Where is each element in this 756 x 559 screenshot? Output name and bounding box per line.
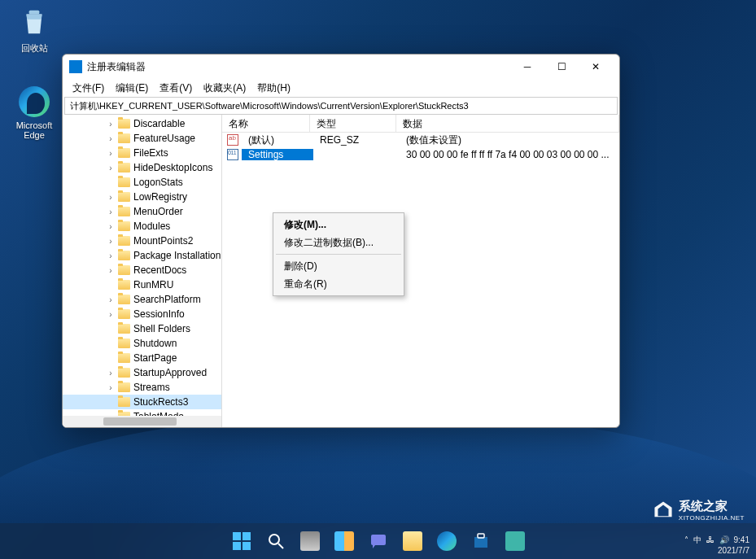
expander-icon[interactable]: › [107, 193, 115, 202]
tree-item-label: FeatureUsage [133, 133, 195, 144]
tree-item-label: MenuOrder [133, 206, 183, 217]
widgets-icon [334, 531, 354, 551]
tree-item-label: Discardable [133, 118, 185, 129]
menu-delete[interactable]: 删除(D) [274, 257, 403, 275]
tree-item-modules[interactable]: ›Modules [63, 219, 221, 234]
column-data[interactable]: 数据 [396, 115, 619, 132]
list-row[interactable]: (默认)REG_SZ(数值未设置) [222, 133, 619, 147]
address-bar[interactable]: 计算机\HKEY_CURRENT_USER\Software\Microsoft… [64, 97, 618, 115]
tree-item-stuckrects3[interactable]: StuckRects3 [63, 395, 221, 409]
tree-item-logonstats[interactable]: LogonStats [63, 175, 221, 190]
tree-item-label: LowRegistry [133, 191, 187, 203]
tree-item-searchplatform[interactable]: ›SearchPlatform [63, 292, 221, 307]
menu-modify-binary[interactable]: 修改二进制数据(B)... [274, 234, 403, 251]
taskbar-store[interactable] [466, 526, 496, 556]
tree-item-streams[interactable]: ›Streams [63, 380, 221, 395]
folder-icon [118, 382, 130, 392]
tree-item-shell-folders[interactable]: Shell Folders [63, 321, 221, 336]
folder-icon [118, 368, 130, 378]
taskbar-taskview[interactable] [295, 526, 325, 556]
taskbar [0, 523, 756, 559]
expander-icon[interactable]: › [107, 251, 115, 260]
tree-item-discardable[interactable]: ›Discardable [63, 116, 221, 131]
tray-volume-icon[interactable]: 🔊 [719, 535, 729, 545]
scrollbar-thumb[interactable] [103, 417, 177, 426]
menu-favorites[interactable]: 收藏夹(A) [199, 80, 251, 97]
menu-separator [276, 254, 401, 255]
tree-item-hidedesktopicons[interactable]: ›HideDesktopIcons [63, 160, 221, 175]
menu-help[interactable]: 帮助(H) [252, 80, 295, 97]
menu-file[interactable]: 文件(F) [68, 80, 109, 97]
minimize-button[interactable]: ─ [510, 55, 544, 78]
expander-icon[interactable]: › [107, 310, 115, 319]
folder-icon [118, 338, 130, 348]
system-tray[interactable]: ˄ 中 🖧 🔊 9:41 2021/7/7 [684, 535, 749, 556]
expander-icon[interactable]: › [107, 295, 115, 304]
expander-icon[interactable]: › [107, 164, 115, 173]
desktop-edge[interactable]: Microsoft Edge [10, 86, 59, 140]
expander-icon[interactable]: › [107, 237, 115, 246]
tree-item-label: HideDesktopIcons [133, 162, 212, 173]
svg-rect-0 [29, 11, 40, 15]
folder-icon [118, 192, 130, 202]
taskbar-chat[interactable] [364, 526, 393, 556]
tree-item-label: StartupApproved [133, 367, 207, 378]
taskbar-widgets[interactable] [330, 526, 359, 556]
tree-item-label: RunMRU [133, 279, 173, 290]
list-row[interactable]: Settings30 00 00 00 fe ff ff ff 7a f4 00… [222, 147, 619, 162]
tree-item-sessioninfo[interactable]: ›SessionInfo [63, 307, 221, 321]
tree-item-featureusage[interactable]: ›FeatureUsage [63, 131, 221, 146]
tree-item-lowregistry[interactable]: ›LowRegistry [63, 190, 221, 204]
desktop-recycle-bin[interactable]: 回收站 [10, 5, 59, 55]
maximize-button[interactable]: ☐ [544, 55, 579, 78]
tree-item-fileexts[interactable]: ›FileExts [63, 146, 221, 160]
close-button[interactable]: ✕ [579, 55, 613, 78]
svg-point-1 [269, 535, 279, 544]
tree-item-runmru[interactable]: RunMRU [63, 277, 221, 292]
expander-icon[interactable]: › [107, 134, 115, 143]
cell-type: REG_SZ [313, 134, 400, 146]
tree-item-package-installation[interactable]: ›Package Installation [63, 248, 221, 263]
tree-item-shutdown[interactable]: Shutdown [63, 336, 221, 351]
taskbar-edge[interactable] [432, 526, 461, 556]
menu-modify[interactable]: 修改(M)... [274, 216, 403, 234]
taskbar-explorer[interactable] [398, 526, 427, 556]
expander-icon[interactable]: › [107, 266, 115, 275]
list-header: 名称 类型 数据 [222, 115, 619, 133]
menu-rename[interactable]: 重命名(R) [274, 275, 403, 293]
folder-icon [118, 207, 130, 216]
cell-name: (默认) [242, 133, 313, 147]
tree-pane[interactable]: ›Discardable›FeatureUsage›FileExts›HideD… [63, 115, 222, 427]
tree-item-label: SessionInfo [133, 308, 185, 320]
tree-item-recentdocs[interactable]: ›RecentDocs [63, 263, 221, 277]
tree-item-mountpoints2[interactable]: ›MountPoints2 [63, 234, 221, 248]
tree-item-startpage[interactable]: StartPage [63, 351, 221, 365]
tree-item-menuorder[interactable]: ›MenuOrder [63, 204, 221, 219]
tree-item-label: LogonStats [133, 177, 183, 188]
start-button[interactable] [227, 526, 256, 556]
taskbar-regedit[interactable] [500, 526, 530, 556]
menu-edit[interactable]: 编辑(E) [111, 80, 153, 97]
expander-icon[interactable]: › [107, 120, 115, 129]
expander-icon[interactable]: › [107, 222, 115, 231]
taskbar-search[interactable] [261, 526, 291, 556]
column-name[interactable]: 名称 [222, 115, 310, 132]
edge-icon [19, 86, 50, 117]
expander-icon[interactable]: › [107, 369, 115, 378]
expander-icon[interactable]: › [107, 207, 115, 216]
taskview-icon [300, 531, 320, 551]
tree-item-startupapproved[interactable]: ›StartupApproved [63, 365, 221, 380]
column-type[interactable]: 类型 [310, 115, 396, 132]
horizontal-scrollbar[interactable] [63, 416, 221, 427]
tray-network-icon[interactable]: 🖧 [706, 535, 714, 545]
tray-chevron-icon[interactable]: ˄ [684, 535, 688, 545]
menu-view[interactable]: 查看(V) [155, 80, 197, 97]
tray-time[interactable]: 9:41 [734, 535, 749, 545]
watermark-text: 系统之家 [679, 499, 745, 514]
tray-ime[interactable]: 中 [693, 535, 701, 545]
expander-icon[interactable]: › [107, 383, 115, 392]
tray-date[interactable]: 2021/7/7 [684, 545, 749, 556]
watermark: 系统之家 XITONGZHIJIA.NET [653, 499, 745, 522]
titlebar[interactable]: 注册表编辑器 ─ ☐ ✕ [63, 55, 619, 79]
expander-icon[interactable]: › [107, 149, 115, 158]
